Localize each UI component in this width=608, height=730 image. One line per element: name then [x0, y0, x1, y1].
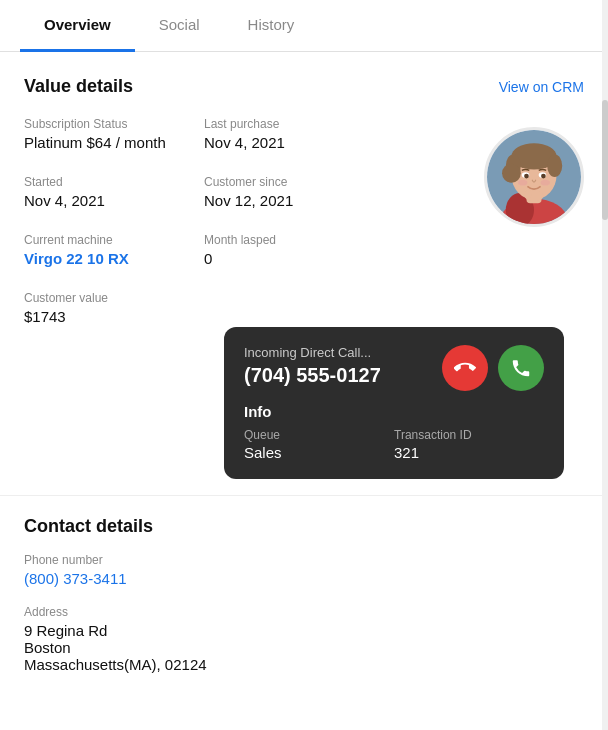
month-lapsed-field: Month lasped 0: [204, 233, 384, 267]
tab-overview[interactable]: Overview: [20, 0, 135, 52]
call-transaction-value: 321: [394, 444, 544, 461]
accept-call-button[interactable]: [498, 345, 544, 391]
call-info-title: Info: [244, 403, 544, 420]
month-lapsed-value: 0: [204, 250, 384, 267]
call-card-header: Incoming Direct Call... (704) 555-0127: [244, 345, 544, 399]
started-field: Started Nov 4, 2021: [24, 175, 204, 209]
last-purchase-field: Last purchase Nov 4, 2021: [204, 117, 384, 151]
value-row-machine: Current machine Virgo 22 10 RX Month las…: [24, 233, 484, 285]
call-info: Incoming Direct Call... (704) 555-0127: [244, 345, 381, 399]
customer-value-field: Customer value $1743: [24, 291, 204, 325]
accept-icon: [510, 357, 532, 379]
view-on-crm-link[interactable]: View on CRM: [499, 79, 584, 95]
value-row-started: Started Nov 4, 2021 Customer since Nov 1…: [24, 175, 484, 227]
customer-since-value: Nov 12, 2021: [204, 192, 384, 209]
customer-value-value: $1743: [24, 308, 204, 325]
main-content: Value details View on CRM Subscription S…: [0, 52, 608, 673]
svg-point-8: [502, 164, 521, 183]
call-queue-label: Queue: [244, 428, 394, 442]
tabs-container: Overview Social History: [0, 0, 608, 52]
phone-label: Phone number: [24, 553, 584, 567]
month-lapsed-label: Month lasped: [204, 233, 384, 247]
phone-field: Phone number (800) 373-3411: [24, 553, 584, 587]
address-line1: 9 Regina Rd: [24, 622, 584, 639]
last-purchase-value: Nov 4, 2021: [204, 134, 384, 151]
svg-point-13: [518, 180, 527, 186]
address-label: Address: [24, 605, 584, 619]
call-action-buttons: [442, 345, 544, 391]
decline-call-button[interactable]: [442, 345, 488, 391]
call-transaction: Transaction ID 321: [394, 428, 544, 461]
svg-point-12: [541, 174, 546, 179]
machine-field: Current machine Virgo 22 10 RX: [24, 233, 204, 267]
call-card: Incoming Direct Call... (704) 555-0127: [224, 327, 564, 479]
value-row-subscription: Subscription Status Platinum $64 / month…: [24, 117, 484, 169]
customer-since-label: Customer since: [204, 175, 384, 189]
phone-value[interactable]: (800) 373-3411: [24, 570, 584, 587]
svg-point-16: [525, 189, 533, 198]
decline-icon: [454, 357, 476, 379]
last-purchase-label: Last purchase: [204, 117, 384, 131]
contact-details-title: Contact details: [24, 516, 584, 537]
call-details-grid: Queue Sales Transaction ID 321: [244, 428, 544, 461]
call-transaction-label: Transaction ID: [394, 428, 544, 442]
avatar-container: [484, 117, 584, 227]
avatar-image: [487, 127, 581, 227]
tab-history[interactable]: History: [224, 0, 319, 52]
started-value: Nov 4, 2021: [24, 192, 204, 209]
address-field: Address 9 Regina Rd Boston Massachusetts…: [24, 605, 584, 673]
started-label: Started: [24, 175, 204, 189]
subscription-label: Subscription Status: [24, 117, 204, 131]
call-number: (704) 555-0127: [244, 364, 381, 387]
address-line2: Boston: [24, 639, 584, 656]
section-divider: [0, 495, 608, 496]
call-queue: Queue Sales: [244, 428, 394, 461]
contact-details-section: Contact details Phone number (800) 373-3…: [24, 516, 584, 673]
avatar: [484, 127, 584, 227]
machine-label: Current machine: [24, 233, 204, 247]
customer-value-label: Customer value: [24, 291, 204, 305]
value-details-header: Value details View on CRM: [24, 76, 584, 97]
machine-value[interactable]: Virgo 22 10 RX: [24, 250, 204, 267]
scrollbar-track[interactable]: [602, 0, 608, 730]
subscription-field: Subscription Status Platinum $64 / month: [24, 117, 204, 151]
svg-point-7: [547, 154, 562, 177]
address-line3: Massachusetts(MA), 02124: [24, 656, 584, 673]
subscription-value: Platinum $64 / month: [24, 134, 204, 151]
customer-since-field: Customer since Nov 12, 2021: [204, 175, 384, 209]
scrollbar-thumb[interactable]: [602, 100, 608, 220]
svg-point-14: [541, 180, 550, 186]
tab-social[interactable]: Social: [135, 0, 224, 52]
value-details-title: Value details: [24, 76, 133, 97]
svg-point-11: [524, 174, 529, 179]
call-queue-value: Sales: [244, 444, 394, 461]
call-incoming-text: Incoming Direct Call...: [244, 345, 381, 360]
